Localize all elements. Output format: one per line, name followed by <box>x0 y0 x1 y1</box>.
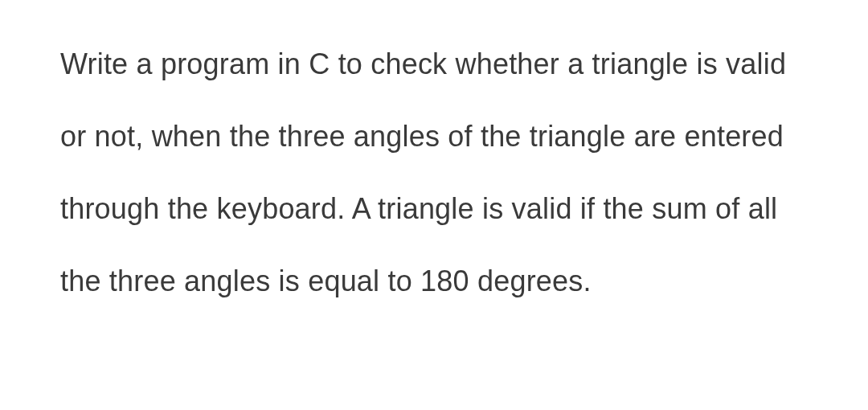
question-text: Write a program in C to check whether a … <box>60 28 812 318</box>
